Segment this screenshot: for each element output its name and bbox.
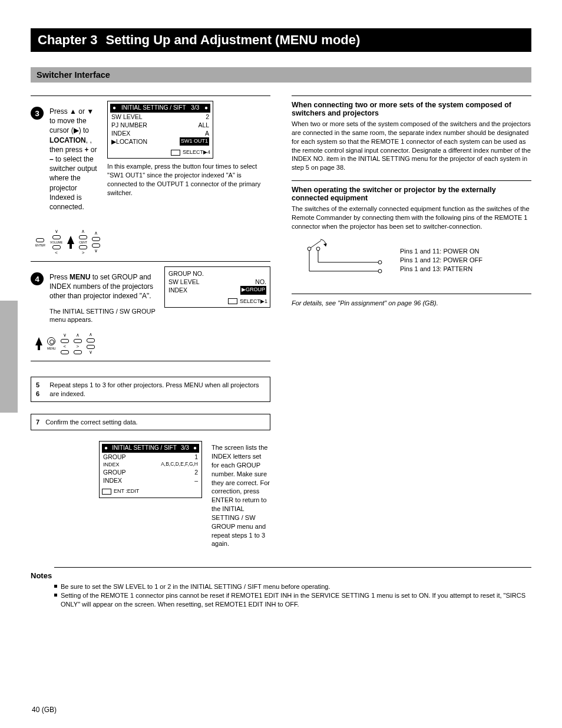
- bi4b-icon: [61, 350, 69, 354]
- step3-mid1: to move the cursor (▶) to: [49, 117, 89, 134]
- mcr3k: INDEX: [103, 476, 122, 485]
- mcr1k: INDEX: [103, 461, 120, 468]
- m3r3v: SW1 OUT1: [180, 137, 209, 146]
- bi4f-icon: [87, 345, 95, 349]
- m3r0k: SW LEVEL: [111, 113, 143, 121]
- mc-title: INITIAL SETTING / SIFT: [112, 444, 177, 452]
- svg-point-7: [316, 247, 320, 251]
- page-number: 40 (GB): [32, 706, 57, 714]
- enter-label: ENTER: [35, 243, 45, 247]
- m4r2k: INDEX: [168, 286, 187, 294]
- mc-pg: 3/3: [181, 444, 189, 452]
- mcr2k: GROUP: [103, 468, 126, 476]
- button-illustration-4: MENU ∨< ∧> ∧∨: [35, 332, 157, 355]
- switch-diagram: [292, 236, 392, 283]
- panel-56: 5 6 Repeat steps 1 to 3 for other projec…: [31, 377, 270, 402]
- note-item-1: Setting of the REMOTE 1 connector pins c…: [54, 591, 531, 609]
- button-illustration-3: ENTER ∨ VOLUME < ∧ CENT: [35, 229, 100, 255]
- note-item-0: Be sure to set the SW LEVEL to 1 or 2 in…: [54, 582, 531, 591]
- down-button-icon: [52, 235, 61, 239]
- bi4c-icon: [74, 339, 82, 343]
- svg-point-9: [378, 269, 382, 273]
- pin-line-1: Pins 1 and 12: POWER OFF: [400, 256, 482, 265]
- step3-explain: In this example, press the button four t…: [107, 162, 270, 197]
- step-number-4: 4: [31, 272, 44, 285]
- panel56-tag: 5 6: [36, 381, 44, 398]
- m3r2k: INDEX: [111, 129, 130, 137]
- page-number-value: 40: [32, 706, 39, 714]
- menu-button-icon: [47, 337, 55, 345]
- menu3-pg: 3/3: [191, 104, 199, 112]
- panel7-body: Confirm the correct setting data.: [45, 418, 138, 426]
- confirm-explain: The screen lists the INDEX letters set f…: [211, 443, 270, 548]
- section-title: Switcher Interface: [37, 70, 110, 80]
- step3-lead: Press: [49, 107, 68, 116]
- chapter-title: Setting Up and Adjustment (MENU mode): [105, 32, 360, 48]
- remote-subhead: When connecting two or more sets of the …: [292, 101, 531, 117]
- m3foot: SELECT▶4: [183, 149, 210, 156]
- switch-schematic-icon: [292, 236, 392, 283]
- m3r2v: A: [205, 129, 209, 137]
- left-column: 3 Press ▲ or ▼ to move the cursor (▶) to…: [31, 90, 270, 548]
- svg-point-6: [308, 247, 311, 251]
- m4r1k: SW LEVEL: [168, 278, 200, 286]
- btn-a-icon: [92, 237, 100, 241]
- menu-confirm: ● INITIAL SETTING / SIFT 3/3 ● GROUP1 IN…: [99, 441, 202, 498]
- down2-button-icon: [52, 245, 61, 249]
- m4r0k: GROUP NO.: [168, 269, 204, 278]
- step3-target: LOCATION: [49, 136, 86, 144]
- bi4e-icon: [87, 338, 95, 342]
- right-column: When connecting two or more sets of the …: [292, 90, 531, 548]
- pin-line-0: Pins 1 and 11: POWER ON: [400, 247, 482, 256]
- mcr1v: A,B,C,D,E,F,G,H: [161, 461, 198, 468]
- m3r3k: LOCATION: [116, 138, 147, 145]
- menu-label: MENU: [47, 347, 56, 350]
- step4-lead: Press: [49, 273, 68, 281]
- mc-foot: ENT :EDIT: [114, 488, 139, 495]
- m4foot: SELECT▶1: [240, 298, 267, 305]
- step-number-3: 3: [31, 107, 44, 120]
- section-banner: Switcher Interface: [31, 67, 531, 83]
- panel56-body: Repeat steps 1 to 3 for other projectors…: [49, 381, 265, 398]
- m3r0v: 2: [206, 113, 209, 121]
- step-3-block: 3 Press ▲ or ▼ to move the cursor (▶) to…: [31, 101, 270, 255]
- mcr0v: 1: [194, 453, 198, 461]
- svg-point-8: [378, 261, 382, 264]
- m3r1v: ALL: [198, 121, 209, 129]
- bi4d-icon: [74, 350, 82, 354]
- mcr2v: 2: [194, 468, 198, 476]
- step-3-text: Press ▲ or ▼ to move the cursor (▶) to L…: [49, 107, 100, 212]
- remote-body: When two or more sets of the system comp…: [292, 120, 531, 172]
- notes-section: Notes Be sure to set the SW LEVEL to 1 o…: [31, 562, 531, 609]
- mcr3v: –: [194, 476, 198, 485]
- step-4-text: Press MENU to set GROUP and INDEX number…: [49, 272, 157, 301]
- vol-label: VOLUME: [50, 241, 62, 244]
- btn-b-icon: [92, 243, 100, 248]
- note0-text: Be sure to set the SW LEVEL to 1 or 2 in…: [61, 582, 330, 591]
- m3r1k: PJ NUMBER: [111, 121, 147, 129]
- panel-7: 7 Confirm the correct setting data.: [31, 414, 270, 430]
- chapter-number: Chapter 3: [38, 32, 97, 48]
- svg-marker-5: [323, 243, 327, 246]
- step4-menuword: MENU: [70, 273, 90, 281]
- step3-tail: to select the switcher output where the …: [49, 155, 97, 211]
- cent-label: CENT: [79, 241, 87, 244]
- right-button-icon: [79, 245, 87, 249]
- menu-step3: ● INITIAL SETTING / SIFT 3/3 ● SW LEVEL2…: [107, 101, 213, 159]
- note1-text: Setting of the REMOTE 1 connector pins c…: [61, 591, 531, 609]
- notes-heading: Notes: [31, 571, 52, 580]
- up-button-icon: [79, 235, 87, 239]
- arrow-up-2-icon: [35, 337, 42, 350]
- m4r1v: NO.: [255, 278, 266, 286]
- arrow-up-icon: [67, 236, 74, 249]
- mcr0k: GROUP: [103, 453, 126, 461]
- pin-list: Pins 1 and 11: POWER ON Pins 1 and 12: P…: [400, 247, 482, 274]
- step-4-block: 4 Press MENU to set GROUP and INDEX numb…: [31, 266, 270, 355]
- menu3-title: INITIAL SETTING / SIFT: [121, 104, 186, 112]
- ext-body: The switches of the externally connected…: [292, 205, 531, 231]
- panel7-tag: 7: [36, 418, 39, 426]
- ext-subhead: When operating the switcher or projector…: [292, 186, 531, 202]
- step4-explain: The INITIAL SETTING / SW GROUP menu appe…: [49, 307, 157, 325]
- ext-footer: For details, see "Pin assignment" on pag…: [292, 299, 531, 308]
- chapter-banner: Chapter 3 Setting Up and Adjustment (MEN…: [31, 28, 531, 52]
